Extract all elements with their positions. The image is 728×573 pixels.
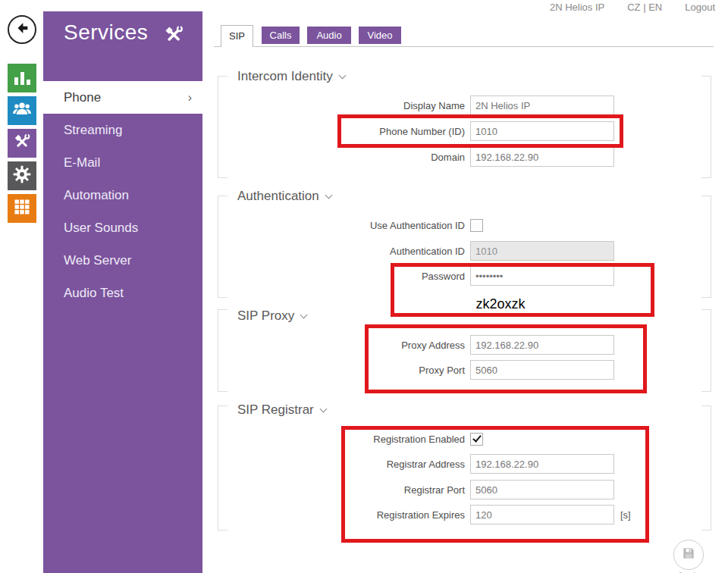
sidebar-menu: Phone › Streaming E-Mail Automation User… [43, 81, 202, 309]
password-plaintext-annotation: zk2oxzk [451, 296, 550, 312]
display-name-input[interactable] [470, 96, 614, 115]
chevron-right-icon: › [188, 81, 192, 114]
sidebar-item-automation[interactable]: Automation [43, 179, 202, 211]
services-tools-icon [162, 23, 185, 49]
language-switcher[interactable]: CZ | EN [627, 2, 662, 14]
registrar-port-input[interactable] [470, 480, 614, 499]
authentication-id-label: Authentication ID [202, 246, 465, 257]
registrar-address-label: Registrar Address [202, 459, 465, 470]
sidebar-item-audio-test[interactable]: Audio Test [43, 277, 202, 309]
save-button[interactable] [673, 540, 704, 570]
display-name-label: Display Name [202, 100, 465, 111]
tab-calls[interactable]: Calls [262, 27, 300, 44]
sidebar-item-phone[interactable]: Phone › [43, 81, 202, 114]
sidebar-item-label: Phone [64, 90, 101, 105]
authentication-id-input [470, 241, 614, 261]
phone-number-id-input[interactable] [470, 121, 614, 141]
registration-expires-label: Registration Expires [202, 509, 465, 521]
form-row: Registration Expires [s] [202, 505, 631, 524]
back-arrow-icon [14, 20, 30, 39]
nav-services-button[interactable] [8, 129, 36, 158]
use-authentication-id-checkbox[interactable] [470, 219, 483, 232]
nav-state-button[interactable] [8, 64, 36, 92]
grid-icon [13, 198, 31, 219]
form-row: Registrar Address [202, 454, 614, 474]
form-row: Registration Enabled [202, 429, 483, 449]
form-row: Password [202, 266, 614, 286]
sidebar-item-label: E-Mail [64, 155, 100, 170]
form-row: Authentication ID [202, 241, 614, 261]
tools-icon [12, 132, 32, 155]
section-bracket [701, 76, 711, 178]
sidebar-item-label: Automation [64, 188, 129, 202]
section-title-intercom-identity: Intercom Identity [237, 69, 345, 84]
seconds-unit-suffix: [s] [620, 509, 631, 521]
tab-video[interactable]: Video [359, 27, 401, 44]
section-title-authentication: Authentication [237, 189, 331, 204]
password-input[interactable] [470, 266, 614, 286]
proxy-port-label: Proxy Port [202, 365, 465, 376]
proxy-address-input[interactable] [470, 335, 614, 355]
password-label: Password [202, 271, 465, 282]
registrar-address-input[interactable] [470, 454, 614, 474]
use-authentication-id-label: Use Authentication ID [202, 220, 465, 231]
nav-hardware-button[interactable] [8, 161, 36, 190]
sidebar-item-web-server[interactable]: Web Server [43, 244, 202, 277]
phone-number-id-label: Phone Number (ID) [202, 126, 465, 137]
proxy-address-label: Proxy Address [202, 340, 465, 351]
registration-expires-input[interactable] [470, 505, 614, 524]
sidebar-item-email[interactable]: E-Mail [43, 146, 202, 179]
form-row: Proxy Port [202, 360, 614, 380]
registration-enabled-checkbox[interactable] [470, 433, 483, 446]
chevron-down-icon [325, 191, 332, 199]
section-title-sip-registrar: SIP Registrar [237, 402, 326, 418]
domain-label: Domain [202, 152, 465, 163]
form-row: Display Name [202, 96, 614, 115]
chevron-down-icon [319, 405, 327, 412]
check-icon [472, 433, 482, 442]
nav-directory-button[interactable] [8, 96, 36, 125]
domain-input[interactable] [470, 147, 614, 167]
chevron-down-icon [300, 311, 308, 318]
sidebar-item-user-sounds[interactable]: User Sounds [43, 211, 202, 244]
sidebar-item-label: Audio Test [64, 286, 124, 300]
sidebar-item-label: Streaming [64, 123, 122, 137]
services-sidebar: Services Phone › Streaming E-Mail Automa… [43, 11, 202, 573]
sidebar-title: Services [64, 20, 148, 45]
logout-link[interactable]: Logout [685, 2, 715, 14]
nav-system-button[interactable] [8, 194, 36, 223]
device-name: 2N Helios IP [550, 2, 604, 14]
sidebar-item-label: Web Server [64, 253, 131, 268]
floppy-disk-icon [681, 546, 696, 564]
form-row: Proxy Address [202, 335, 614, 355]
tab-sip[interactable]: SIP [221, 25, 253, 47]
section-bracket [701, 196, 711, 298]
form-row: Domain [202, 147, 614, 167]
registration-enabled-label: Registration Enabled [202, 434, 465, 445]
section-bracket [701, 405, 711, 531]
bar-chart-icon [14, 71, 30, 85]
topbar: 2N Helios IP CZ | EN Logout [202, 2, 715, 14]
chevron-down-icon [338, 71, 346, 79]
form-row: Registrar Port [202, 480, 614, 499]
tab-audio[interactable]: Audio [307, 27, 351, 44]
proxy-port-input[interactable] [470, 360, 614, 380]
section-title-sip-proxy: SIP Proxy [237, 308, 306, 324]
back-button[interactable] [8, 15, 36, 44]
form-row: Phone Number (ID) [202, 121, 614, 141]
form-row: Use Authentication ID [202, 215, 483, 235]
section-bracket [701, 309, 711, 392]
sidebar-item-label: User Sounds [64, 221, 138, 235]
registrar-port-label: Registrar Port [202, 484, 465, 496]
sidebar-item-streaming[interactable]: Streaming [43, 114, 202, 146]
tabbar-underline [214, 46, 714, 47]
gear-icon [12, 164, 32, 187]
users-icon [12, 99, 32, 122]
